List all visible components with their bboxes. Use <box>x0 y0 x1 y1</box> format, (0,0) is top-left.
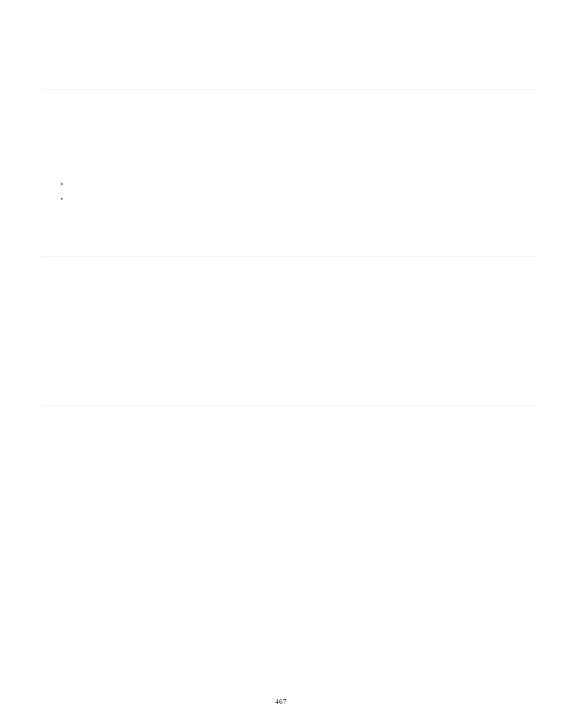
document-page: • • 467 <box>0 0 562 728</box>
horizontal-rule <box>42 405 535 406</box>
horizontal-rule <box>42 89 535 90</box>
bullet-list: • • <box>61 177 63 206</box>
horizontal-rule <box>42 256 535 257</box>
page-number: 467 <box>0 697 562 706</box>
bullet-dot: • <box>61 192 63 206</box>
bullet-dot: • <box>61 177 63 192</box>
